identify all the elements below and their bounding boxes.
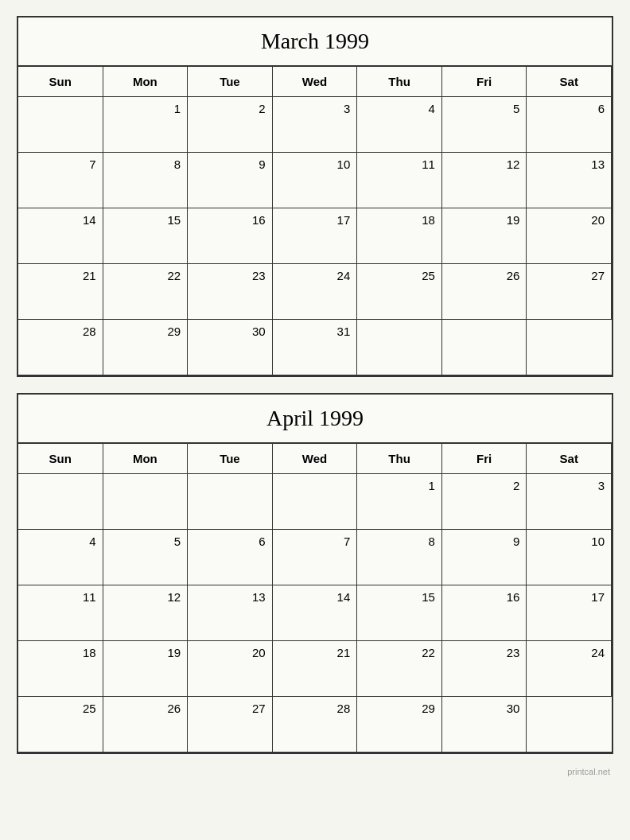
table-row: 17 — [273, 208, 358, 264]
table-row — [527, 320, 612, 375]
table-row: 6 — [527, 97, 612, 153]
table-row: 9 — [188, 153, 273, 208]
table-row: 20 — [188, 641, 273, 697]
table-row: 4 — [357, 97, 442, 153]
table-row: 29 — [103, 320, 189, 375]
table-row — [357, 320, 442, 375]
table-row — [18, 474, 103, 530]
april-header-sun: Sun — [18, 444, 103, 474]
table-row: 12 — [103, 585, 189, 641]
april-grid: Sun Mon Tue Wed Thu Fri Sat 1 2 3 4 5 6 … — [18, 444, 612, 752]
table-row: 13 — [527, 153, 612, 208]
table-row: 14 — [18, 208, 103, 264]
table-row: 21 — [273, 641, 358, 697]
april-header-tue: Tue — [188, 444, 273, 474]
april-header-wed: Wed — [273, 444, 358, 474]
table-row: 10 — [273, 153, 358, 208]
march-calendar: March 1999 Sun Mon Tue Wed Thu Fri Sat 1… — [17, 16, 613, 377]
table-row: 30 — [188, 320, 273, 375]
table-row: 20 — [527, 208, 612, 264]
table-row: 3 — [527, 474, 612, 530]
table-row: 22 — [357, 641, 442, 697]
table-row: 16 — [188, 208, 273, 264]
table-row: 27 — [188, 697, 273, 752]
table-row: 14 — [273, 585, 358, 641]
table-row: 27 — [527, 264, 612, 320]
table-row: 12 — [442, 153, 527, 208]
table-row: 15 — [357, 585, 442, 641]
table-row: 21 — [18, 264, 103, 320]
march-header-mon: Mon — [103, 67, 189, 97]
table-row: 19 — [442, 208, 527, 264]
table-row: 28 — [273, 697, 358, 752]
table-row: 24 — [273, 264, 358, 320]
table-row: 5 — [103, 530, 189, 585]
table-row: 7 — [18, 153, 103, 208]
table-row: 30 — [442, 697, 527, 752]
table-row — [188, 474, 273, 530]
table-row: 10 — [527, 530, 612, 585]
april-header-thu: Thu — [357, 444, 442, 474]
table-row: 9 — [442, 530, 527, 585]
table-row — [273, 474, 358, 530]
april-header-mon: Mon — [103, 444, 189, 474]
watermark: printcal.net — [17, 767, 613, 776]
table-row: 18 — [18, 641, 103, 697]
table-row: 1 — [357, 474, 442, 530]
table-row: 11 — [357, 153, 442, 208]
april-header-sat: Sat — [527, 444, 612, 474]
table-row: 13 — [188, 585, 273, 641]
table-row: 25 — [18, 697, 103, 752]
table-row: 22 — [103, 264, 189, 320]
table-row: 6 — [188, 530, 273, 585]
april-header-fri: Fri — [442, 444, 527, 474]
table-row: 25 — [357, 264, 442, 320]
table-row: 7 — [273, 530, 358, 585]
table-row — [527, 697, 612, 752]
table-row: 18 — [357, 208, 442, 264]
table-row: 24 — [527, 641, 612, 697]
march-grid: Sun Mon Tue Wed Thu Fri Sat 1 2 3 4 5 6 … — [18, 67, 612, 375]
table-row: 26 — [442, 264, 527, 320]
table-row: 8 — [103, 153, 189, 208]
table-row: 17 — [527, 585, 612, 641]
table-row: 31 — [273, 320, 358, 375]
table-row: 16 — [442, 585, 527, 641]
table-row: 8 — [357, 530, 442, 585]
table-row: 23 — [442, 641, 527, 697]
table-row: 2 — [188, 97, 273, 153]
march-header-fri: Fri — [442, 67, 527, 97]
march-title: March 1999 — [18, 18, 612, 67]
table-row: 29 — [357, 697, 442, 752]
march-header-thu: Thu — [357, 67, 442, 97]
march-header-wed: Wed — [273, 67, 358, 97]
table-row: 5 — [442, 97, 527, 153]
table-row: 23 — [188, 264, 273, 320]
table-row: 3 — [273, 97, 358, 153]
table-row — [103, 474, 189, 530]
march-header-sun: Sun — [18, 67, 103, 97]
table-row: 19 — [103, 641, 189, 697]
table-row: 4 — [18, 530, 103, 585]
table-row: 11 — [18, 585, 103, 641]
table-row: 2 — [442, 474, 527, 530]
table-row — [442, 320, 527, 375]
table-row: 15 — [103, 208, 189, 264]
march-header-sat: Sat — [527, 67, 612, 97]
april-title: April 1999 — [18, 395, 612, 444]
table-row: 1 — [103, 97, 189, 153]
april-calendar: April 1999 Sun Mon Tue Wed Thu Fri Sat 1… — [17, 393, 613, 754]
table-row — [18, 97, 103, 153]
march-header-tue: Tue — [188, 67, 273, 97]
table-row: 26 — [103, 697, 189, 752]
table-row: 28 — [18, 320, 103, 375]
